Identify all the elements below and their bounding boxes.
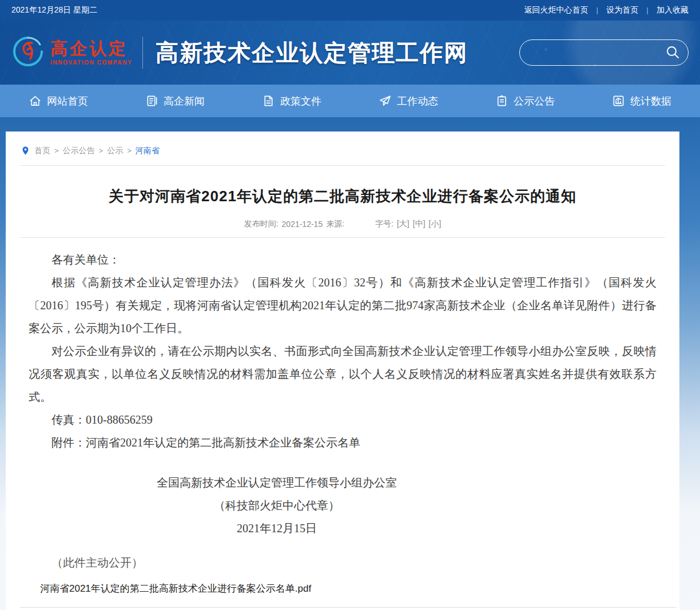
breadcrumb-separator: > [54,146,59,155]
nav-label: 统计数据 [630,94,671,108]
news-icon [145,94,158,107]
fontsize-medium-button[interactable]: [中] [413,219,425,229]
logo-swirl-icon [11,35,45,70]
logo-text: 高企认定 INNOVATION COMPANY [50,40,132,66]
breadcrumb: 首页 > 公示公告 > 公示 > 河南省 [6,131,679,165]
nav-item-home[interactable]: 网站首页 [0,85,117,117]
attachment-row: 河南省2021年认定的第二批高新技术企业进行备案公示名单.pdf [6,574,679,595]
search-input[interactable] [531,48,665,58]
topbar-links: 返回火炬中心首页 ｜ 设为首页 ｜ 加入收藏 [524,5,689,15]
clipboard-icon [495,94,508,107]
site-title: 高新技术企业认定管理工作网 [156,37,468,69]
link-torch-home[interactable]: 返回火炬中心首页 [524,5,588,15]
signature-date: 2021年12月15日 [29,517,525,540]
nav-item-stats[interactable]: 统计数据 [583,85,700,117]
article-header: 关于对河南省2021年认定的第二批高新技术企业进行备案公示的通知 发布时间: 2… [6,166,679,229]
signature-org: 全国高新技术企业认定管理工作领导小组办公室 [29,471,525,494]
fontsize-label: 字号: [375,219,393,229]
breadcrumb-publicity[interactable]: 公示 [107,146,123,156]
signature-seal: （科技部火炬中心代章） [29,494,525,517]
main-nav: 网站首页 高企新闻 政策文件 工作动态 公示公告 [0,85,700,117]
site-header: 高企认定 INNOVATION COMPANY 高新技术企业认定管理工作网 [0,21,700,85]
logo-subtitle: INNOVATION COMPANY [50,60,132,66]
header-divider [142,37,143,69]
link-set-homepage[interactable]: 设为首页 [606,5,638,15]
breadcrumb-henan[interactable]: 河南省 [136,146,160,156]
separator: ｜ [644,6,651,15]
paragraph: 根据《高新技术企业认定管理办法》（国科发火〔2016〕32号）和《高新技术企业认… [29,271,657,340]
separator: ｜ [594,6,600,15]
breadcrumb-separator: > [127,146,132,155]
article-meta: 发布时间: 2021-12-15 来源: 字号: [大] [中] [小] [23,219,662,229]
fontsize-large-button[interactable]: [大] [397,219,409,229]
disclosure-note: （此件主动公开） [29,551,657,574]
link-add-favorite[interactable]: 加入收藏 [657,5,689,15]
paper-plane-icon [379,94,392,107]
nav-label: 网站首页 [47,94,88,108]
bar-chart-icon [612,94,625,107]
signature-block: 全国高新技术企业认定管理工作领导小组办公室 （科技部火炬中心代章） 2021年1… [29,471,525,540]
site-logo[interactable]: 高企认定 INNOVATION COMPANY [11,35,132,70]
current-date: 2021年12月28日 星期二 [11,5,97,15]
source-label: 来源: [326,219,344,229]
nav-item-announcement[interactable]: 公示公告 [467,85,583,117]
publish-time-label: 发布时间: [244,219,279,229]
salutation: 各有关单位： [29,248,657,271]
nav-label: 政策文件 [280,94,321,108]
fontsize-small-button[interactable]: [小] [429,219,442,229]
policy-doc-icon [262,94,275,107]
nav-item-work[interactable]: 工作动态 [350,85,467,117]
breadcrumb-home[interactable]: 首页 [34,146,50,156]
article-body: 各有关单位： 根据《高新技术企业认定管理办法》（国科发火〔2016〕32号）和《… [6,238,679,574]
attachment-pdf-link[interactable]: 河南省2021年认定的第二批高新技术企业进行备案公示名单.pdf [40,583,311,594]
nav-label: 高企新闻 [164,94,205,108]
home-icon [29,94,42,107]
nav-item-news[interactable]: 高企新闻 [117,85,233,117]
location-pin-icon [21,145,30,156]
fax-line: 传真：010-88656259 [29,408,657,431]
publish-date: 2021-12-15 [282,220,323,229]
nav-label: 工作动态 [397,94,438,108]
nav-label: 公示公告 [514,94,555,108]
search-box [519,39,689,66]
breadcrumb-announcements[interactable]: 公示公告 [63,146,95,156]
nav-item-policy[interactable]: 政策文件 [233,85,350,117]
search-icon [665,45,680,61]
breadcrumb-separator: > [99,146,104,155]
paragraph: 对公示企业有异议的，请在公示期内以实名、书面形式向全国高新技术企业认定管理工作领… [29,340,657,408]
bottom-divider [20,607,677,608]
logo-title: 高企认定 [50,40,132,57]
page-title: 关于对河南省2021年认定的第二批高新技术企业进行备案公示的通知 [23,186,662,206]
top-bar: 2021年12月28日 星期二 返回火炬中心首页 ｜ 设为首页 ｜ 加入收藏 [0,0,700,21]
content-panel: 首页 > 公示公告 > 公示 > 河南省 关于对河南省2021年认定的第二批高新… [6,131,679,610]
attachment-line: 附件：河南省2021年认定的第二批高新技术企业备案公示名单 [29,431,657,454]
search-button[interactable] [665,45,680,61]
